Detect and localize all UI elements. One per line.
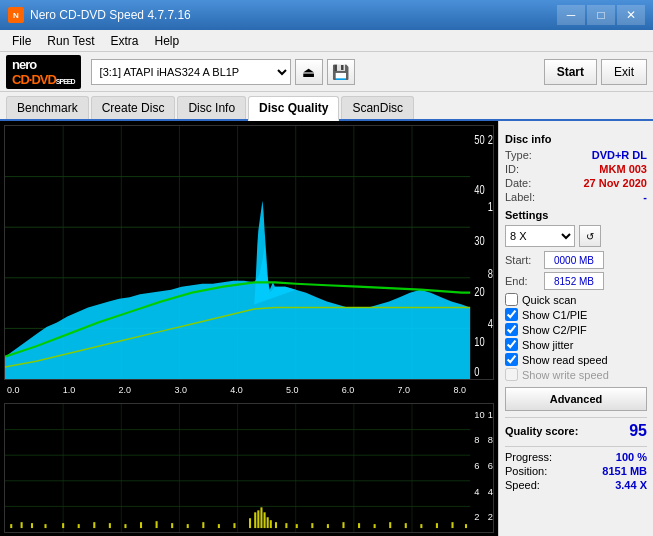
svg-rect-41 [109,523,111,528]
svg-rect-60 [311,523,313,528]
svg-text:20: 20 [474,284,484,298]
jitter-checkbox[interactable] [505,338,518,351]
c1pie-row: Show C1/PIE [505,308,647,321]
tab-benchmark[interactable]: Benchmark [6,96,89,119]
drive-select[interactable]: [3:1] ATAPI iHAS324 A BL1P [91,59,291,85]
speed-label: Speed: [505,479,540,491]
tab-bar: Benchmark Create Disc Disc Info Disc Qua… [0,92,653,121]
refresh-button[interactable]: ↺ [579,225,601,247]
svg-text:2: 2 [474,512,479,522]
svg-text:6: 6 [474,461,479,471]
svg-rect-65 [389,522,391,528]
menu-file[interactable]: File [4,32,39,50]
c1pie-label: Show C1/PIE [522,309,587,321]
disc-date-row: Date: 27 Nov 2020 [505,177,647,189]
svg-rect-35 [21,522,23,528]
svg-rect-43 [140,522,142,528]
minimize-button[interactable]: ─ [557,5,585,25]
svg-rect-52 [257,510,259,528]
start-button[interactable]: Start [544,59,597,85]
disc-label-label: Label: [505,191,535,203]
svg-rect-42 [124,524,126,528]
c2pif-row: Show C2/PIF [505,323,647,336]
svg-rect-69 [451,522,453,528]
c1pie-checkbox[interactable] [505,308,518,321]
svg-text:30: 30 [474,233,484,247]
svg-rect-37 [44,524,46,528]
quality-value: 95 [629,422,647,440]
svg-rect-39 [78,524,80,528]
svg-rect-46 [187,524,189,528]
svg-rect-36 [31,523,33,528]
svg-text:2: 2 [488,512,493,522]
svg-marker-12 [254,200,296,304]
svg-text:4: 4 [474,487,479,497]
end-label: End: [505,275,540,287]
svg-rect-67 [420,524,422,528]
svg-text:40: 40 [474,183,484,197]
tab-create-disc[interactable]: Create Disc [91,96,176,119]
speed-select[interactable]: 8 X [505,225,575,247]
disc-type-row: Type: DVD+R DL [505,149,647,161]
end-input[interactable] [544,272,604,290]
right-panel: Disc info Type: DVD+R DL ID: MKM 003 Dat… [498,121,653,536]
svg-rect-66 [405,523,407,528]
close-button[interactable]: ✕ [617,5,645,25]
write-speed-label: Show write speed [522,369,609,381]
menu-help[interactable]: Help [147,32,188,50]
tab-disc-info[interactable]: Disc Info [177,96,246,119]
menu-extra[interactable]: Extra [102,32,146,50]
app-icon: N [8,7,24,23]
read-speed-label: Show read speed [522,354,608,366]
read-speed-checkbox[interactable] [505,353,518,366]
speed-value: 3.44 X [615,479,647,491]
quick-scan-checkbox[interactable] [505,293,518,306]
svg-text:10: 10 [474,335,484,349]
top-chart: 50 40 30 20 10 0 20 16 8 4 0.01.02.03.04… [4,125,494,380]
maximize-button[interactable]: □ [587,5,615,25]
advanced-button[interactable]: Advanced [505,387,647,411]
svg-rect-55 [267,517,269,528]
svg-rect-64 [374,524,376,528]
read-speed-row: Show read speed [505,353,647,366]
tab-scan-disc[interactable]: ScanDisc [341,96,414,119]
position-value: 8151 MB [602,465,647,477]
start-input[interactable] [544,251,604,269]
svg-rect-40 [93,522,95,528]
id-value: MKM 003 [599,163,647,175]
c2pif-checkbox[interactable] [505,323,518,336]
svg-rect-68 [436,523,438,528]
menu-bar: File Run Test Extra Help [0,30,653,52]
svg-rect-51 [254,512,256,528]
svg-rect-63 [358,523,360,528]
tab-disc-quality[interactable]: Disc Quality [248,96,339,121]
svg-text:10: 10 [488,410,493,420]
svg-rect-34 [10,524,12,528]
write-speed-checkbox[interactable] [505,368,518,381]
svg-rect-49 [233,523,235,528]
disc-label-row: Label: - [505,191,647,203]
svg-text:50: 50 [474,132,484,146]
date-value: 27 Nov 2020 [583,177,647,189]
svg-rect-48 [218,524,220,528]
svg-text:8: 8 [488,436,493,446]
disc-id-row: ID: MKM 003 [505,163,647,175]
toolbar: neroCD·DVDSPEED [3:1] ATAPI iHAS324 A BL… [0,52,653,92]
title-bar: N Nero CD-DVD Speed 4.7.7.16 ─ □ ✕ [0,0,653,30]
type-value: DVD+R DL [592,149,647,161]
svg-rect-47 [202,522,204,528]
menu-runtest[interactable]: Run Test [39,32,102,50]
svg-rect-58 [285,523,287,528]
position-row: Position: 8151 MB [505,465,647,477]
app-title: Nero CD-DVD Speed 4.7.7.16 [30,8,191,22]
eject-button[interactable]: ⏏ [295,59,323,85]
position-label: Position: [505,465,547,477]
main-content: 50 40 30 20 10 0 20 16 8 4 0.01.02.03.04… [0,121,653,536]
bottom-chart: 10 8 6 4 2 10 8 6 4 2 0.01.02.03.04.05.0… [4,403,494,533]
exit-button[interactable]: Exit [601,59,647,85]
svg-rect-61 [327,524,329,528]
save-button[interactable]: 💾 [327,59,355,85]
speed-row: 8 X ↺ [505,225,647,247]
svg-rect-54 [264,512,266,528]
svg-text:0: 0 [474,364,479,378]
